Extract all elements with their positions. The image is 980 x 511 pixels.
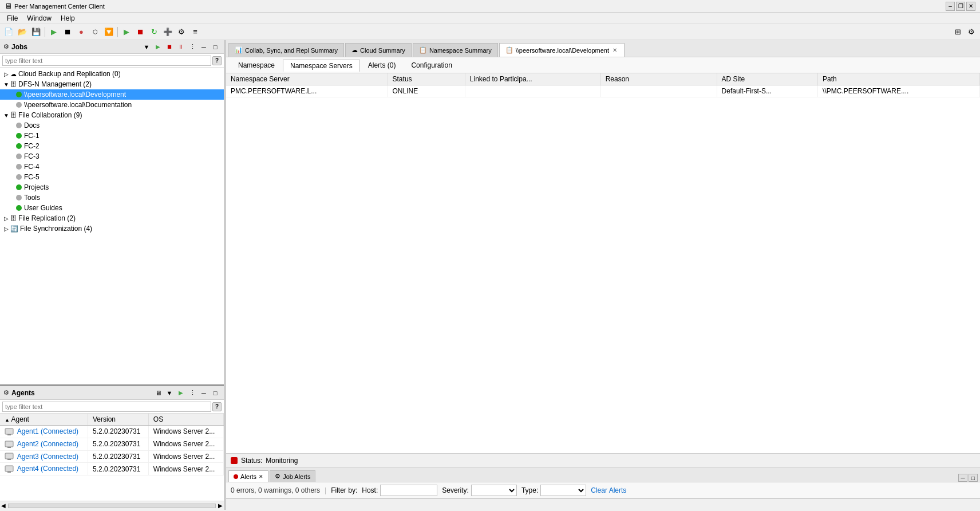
restore-window-button[interactable]: ❐ — [956, 2, 965, 11]
dev-tab-close-btn[interactable]: ✕ — [611, 46, 618, 54]
expand-icon[interactable]: ▼ — [2, 80, 10, 88]
agents-help-btn[interactable]: ? — [212, 402, 222, 411]
agent-version-cell: 5.2.0.20230731 — [88, 426, 148, 438]
col-adsite[interactable]: AD Site — [717, 73, 818, 85]
agent-link[interactable]: Agent4 (Connected) — [17, 465, 78, 473]
list-item[interactable]: ▷ ☁ Cloud Backup and Replication (0) — [0, 69, 224, 79]
alerts-tab-job-alerts[interactable]: ⚙Job Alerts — [270, 470, 315, 482]
agents-run-btn[interactable]: ▶ — [176, 388, 186, 398]
toolbar-open-btn[interactable]: 📂 — [16, 26, 29, 38]
menu-file[interactable]: File — [2, 13, 22, 23]
alerts-tab-close-btn[interactable]: ✕ — [259, 474, 263, 479]
list-item[interactable]: ▷ 🔄 File Synchronization (4) — [0, 223, 224, 234]
tab-namespace[interactable]: 📋 Namespace Summary — [413, 43, 498, 57]
table-row[interactable]: PMC.PEERSOFTWARE.L... ONLINE Default-Fir… — [226, 85, 980, 97]
table-row[interactable]: Agent1 (Connected) 5.2.0.20230731 Window… — [0, 426, 224, 438]
tab-namespace-content[interactable]: Namespace — [231, 59, 282, 71]
toolbar-btn-5[interactable]: ⬡ — [89, 26, 101, 38]
jobs-help-btn[interactable]: ? — [212, 56, 222, 65]
list-item[interactable]: FC-1 — [0, 131, 224, 141]
alerts-tab-alerts[interactable]: Alerts ✕ — [228, 470, 268, 482]
jobs-stop-btn[interactable]: ⏹ — [164, 42, 175, 52]
list-item[interactable]: FC-4 — [0, 162, 224, 172]
jobs-run-btn[interactable]: ▶ — [153, 42, 163, 52]
toolbar-btn-4[interactable]: ● — [75, 26, 88, 38]
table-row[interactable]: Agent4 (Connected) 5.2.0.20230731 Window… — [0, 463, 224, 475]
tab-alerts-content[interactable]: Alerts (0) — [361, 59, 404, 71]
menu-help[interactable]: Help — [56, 13, 80, 23]
list-item[interactable]: User Guides — [0, 203, 224, 213]
alerts-maximize-btn2[interactable]: □ — [969, 474, 978, 482]
agents-filter-btn[interactable]: ▼ — [164, 388, 175, 398]
list-item[interactable]: \\peersoftware.local\Documentation — [0, 100, 224, 110]
agents-filter-input[interactable] — [2, 402, 211, 412]
scroll-right-icon[interactable]: ▶ — [218, 502, 223, 509]
jobs-minimize-btn[interactable]: ─ — [199, 42, 209, 52]
list-item[interactable]: Projects — [0, 182, 224, 192]
list-item[interactable]: FC-3 — [0, 151, 224, 162]
agents-col-agent[interactable]: ▲ Agent — [0, 414, 88, 426]
table-row[interactable]: Agent3 (Connected) 5.2.0.20230731 Window… — [0, 450, 224, 463]
col-status[interactable]: Status — [388, 73, 465, 85]
toolbar-refresh-btn[interactable]: ↻ — [148, 26, 160, 38]
tab-namespace-servers[interactable]: Namespace Servers — [283, 60, 360, 72]
tab-collab[interactable]: 📊 Collab, Sync, and Repl Summary — [228, 43, 344, 57]
toolbar-stop-btn[interactable]: ⏹ — [134, 26, 147, 38]
list-item[interactable]: FC-2 — [0, 141, 224, 151]
tab-development[interactable]: 📋 \\peersoftware.local\Development ✕ — [499, 43, 625, 57]
host-filter-input[interactable] — [380, 485, 437, 496]
list-item[interactable]: Tools — [0, 192, 224, 203]
expand-icon[interactable]: ▷ — [2, 225, 10, 233]
clear-alerts-link[interactable]: Clear Alerts — [591, 486, 626, 494]
toolbar-new-btn[interactable]: 📄 — [2, 26, 15, 38]
expand-icon[interactable]: ▼ — [2, 111, 10, 119]
agents-btn-1[interactable]: 🖥 — [153, 388, 163, 398]
expand-icon[interactable]: ▷ — [2, 70, 10, 78]
expand-icon[interactable]: ▷ — [2, 214, 10, 222]
list-item[interactable]: Docs — [0, 120, 224, 131]
toolbar-filter-btn[interactable]: 🔽 — [102, 26, 115, 38]
list-item[interactable]: \\peersoftware.local\Development — [0, 89, 224, 100]
toolbar-add-btn[interactable]: ➕ — [161, 26, 174, 38]
tab-cloud[interactable]: ☁ Cloud Summary — [345, 43, 412, 57]
close-window-button[interactable]: ✕ — [966, 2, 975, 11]
agents-maximize-btn[interactable]: □ — [210, 388, 220, 398]
table-row[interactable]: Agent2 (Connected) 5.2.0.20230731 Window… — [0, 438, 224, 450]
jobs-pause-btn[interactable]: ⏸ — [176, 42, 186, 52]
jobs-filter-input[interactable] — [2, 56, 211, 66]
jobs-more-btn[interactable]: ⋮ — [187, 42, 197, 52]
scroll-left-icon[interactable]: ◀ — [1, 502, 6, 509]
list-item[interactable]: FC-5 — [0, 172, 224, 182]
agents-more-btn[interactable]: ⋮ — [187, 388, 197, 398]
toolbar-layout-btn[interactable]: ⊞ — [951, 26, 964, 38]
agents-minimize-btn[interactable]: ─ — [199, 388, 209, 398]
col-linked[interactable]: Linked to Participa... — [465, 73, 600, 85]
toolbar-settings-btn[interactable]: ⚙ — [175, 26, 188, 38]
jobs-maximize-btn[interactable]: □ — [210, 42, 220, 52]
toolbar-run-btn[interactable]: ▶ — [120, 26, 133, 38]
agent-link[interactable]: Agent3 (Connected) — [17, 453, 78, 461]
horizontal-scrollbar[interactable] — [8, 504, 216, 508]
severity-filter-select[interactable]: Critical Warning Info — [471, 485, 517, 496]
toolbar-btn-2[interactable]: ▶ — [48, 26, 60, 38]
agents-col-version[interactable]: Version — [88, 414, 148, 426]
col-ns[interactable]: Namespace Server — [226, 73, 388, 85]
agents-col-os[interactable]: OS — [148, 414, 223, 426]
list-item[interactable]: ▼ 🗄 DFS-N Management (2) — [0, 79, 224, 89]
list-item[interactable]: ▷ 🗄 File Replication (2) — [0, 213, 224, 223]
toolbar-btn-3[interactable]: ⏹ — [61, 26, 74, 38]
toolbar-more-btn[interactable]: ≡ — [189, 26, 201, 38]
minimize-window-button[interactable]: – — [946, 2, 955, 11]
toolbar-save-btn[interactable]: 💾 — [30, 26, 42, 38]
toolbar-config-btn[interactable]: ⚙ — [965, 26, 978, 38]
menu-window[interactable]: Window — [22, 13, 56, 23]
jobs-filter-btn[interactable]: ▼ — [141, 42, 152, 52]
col-reason[interactable]: Reason — [600, 73, 717, 85]
list-item[interactable]: ▼ 🗄 File Collaboration (9) — [0, 110, 224, 120]
col-path[interactable]: Path — [818, 73, 980, 85]
agent-link[interactable]: Agent2 (Connected) — [17, 440, 78, 448]
type-filter-select[interactable]: Error Warning Info — [540, 485, 586, 496]
tab-configuration[interactable]: Configuration — [404, 59, 459, 71]
alerts-minimize-btn2[interactable]: ─ — [958, 474, 967, 482]
agent-link[interactable]: Agent1 (Connected) — [17, 427, 78, 435]
